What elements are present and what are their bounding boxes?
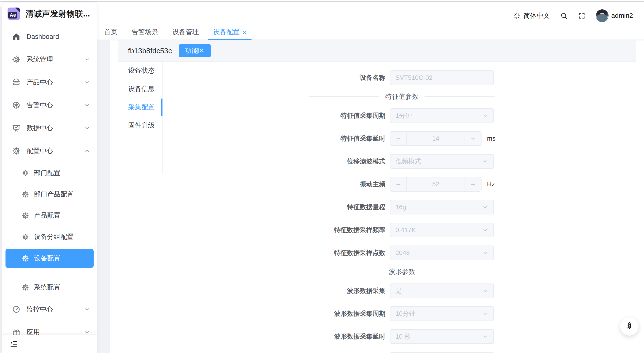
form-row: 特征数据采样频率 0.417K — [162, 219, 636, 241]
gear-icon — [22, 212, 29, 220]
gear-icon — [22, 284, 29, 291]
subnav-acquisition-config[interactable]: 采集配置 — [110, 98, 162, 116]
sidebar-item-department-config[interactable]: 部门配置 — [2, 162, 97, 184]
sidebar-item-monitor-center[interactable]: 监控中心 — [2, 298, 97, 321]
sidebar-item-product-config[interactable]: 产品配置 — [2, 205, 97, 226]
waveform-collect-select[interactable]: 是 — [390, 284, 494, 298]
app-logo-row[interactable]: Ae 清诚声发射物联... — [2, 3, 97, 25]
fullscreen-icon[interactable] — [578, 12, 586, 20]
app-root: 简体中文 admin2 首页 告警场景 设备管理 设备配置 × Ae 清诚声发射… — [0, 0, 644, 353]
scrollbar-gutter[interactable] — [636, 40, 644, 353]
decrement-button[interactable]: − — [390, 177, 407, 191]
chevron-down-icon — [84, 125, 90, 131]
chevron-down-icon — [482, 227, 488, 233]
select-value: 低频模式 — [396, 157, 421, 166]
sidebar-item-label: Dashboard — [26, 33, 59, 40]
stepper-value: 52 — [407, 177, 464, 191]
sidebar-item-product-center[interactable]: 产品中心 — [2, 71, 97, 94]
close-icon[interactable]: × — [242, 29, 246, 36]
chevron-down-icon — [84, 79, 90, 85]
form-row: 特征数据采样点数 2048 — [162, 241, 636, 264]
active-tab-indicator — [161, 98, 162, 116]
displacement-filter-mode-select[interactable]: 低频模式 — [390, 154, 494, 169]
unit-label: ms — [487, 135, 496, 142]
decrement-button[interactable]: − — [390, 132, 407, 145]
browser-chrome-edge — [0, 1, 644, 2]
vibration-main-frequency-stepper[interactable]: − 52 + — [390, 177, 482, 192]
sidebar-item-label: 设备配置 — [34, 254, 60, 263]
select-value: 16g — [396, 203, 406, 211]
home-icon — [12, 32, 21, 41]
user-menu[interactable]: admin2 — [596, 9, 633, 22]
form-row: 设备名称 SVT510C-02 — [162, 66, 636, 89]
chevron-down-icon — [84, 102, 90, 108]
feature-collect-delay-stepper[interactable]: − 14 + — [390, 131, 482, 146]
tab-label: 设备配置 — [213, 27, 240, 36]
clipped-select[interactable] — [390, 352, 494, 353]
form-row: 振动主频 − 52 + Hz — [162, 173, 636, 196]
gear-icon — [22, 169, 29, 177]
section-title: 特征值参数 — [386, 92, 418, 101]
divider-line — [309, 272, 383, 272]
waveform-collect-period-select[interactable]: 10分钟 — [390, 306, 494, 321]
subnav-device-status[interactable]: 设备状态 — [110, 61, 162, 80]
sidebar-item-device-group-config[interactable]: 设备分组配置 — [2, 226, 97, 247]
sidebar-item-device-config[interactable]: 设备配置 — [6, 249, 94, 268]
sidebar-item-system-config[interactable]: 系统配置 — [2, 277, 97, 298]
sidebar-item-label: 产品配置 — [34, 211, 60, 220]
select-value: 0.417K — [396, 226, 416, 234]
language-switcher[interactable]: 简体中文 — [513, 11, 550, 20]
sidebar-item-alarm-center[interactable]: 告警中心 — [2, 94, 97, 117]
field-label: 位移滤波模式 — [162, 157, 386, 166]
sidebar-item-data-center[interactable]: 数据中心 — [2, 117, 97, 139]
tab-alarm-scene[interactable]: 告警场景 — [126, 24, 163, 39]
sidebar-item-dashboard[interactable]: Dashboard — [2, 25, 97, 48]
increment-button[interactable]: + — [464, 132, 481, 145]
sidebar-item-label: 部门产品配置 — [34, 190, 74, 199]
acquisition-config-form: 设备名称 SVT510C-02 特征值参数 特征值采集周期 1分钟 — [162, 61, 636, 353]
feature-collect-period-select[interactable]: 1分钟 — [390, 108, 494, 123]
feature-sampling-points-select[interactable]: 2048 — [390, 246, 494, 260]
divider-line — [309, 96, 380, 97]
chevron-down-icon — [482, 333, 488, 340]
divider-line — [421, 272, 495, 272]
sidebar: Ae 清诚声发射物联... Dashboard 系统管理 产品中心 告警中心 — [2, 3, 97, 353]
chevron-up-icon — [84, 148, 90, 154]
function-zone-button[interactable]: 功能区 — [179, 44, 211, 57]
gauge-icon — [12, 305, 21, 314]
sidebar-menu: Dashboard 系统管理 产品中心 告警中心 数据中心 — [2, 25, 97, 344]
app-title: 清诚声发射物联... — [26, 8, 90, 19]
chevron-down-icon — [482, 288, 488, 294]
tab-label: 设备管理 — [172, 27, 199, 36]
subnav-device-info[interactable]: 设备信息 — [110, 80, 162, 98]
top-header: 简体中文 admin2 — [97, 7, 644, 24]
sidebar-item-label: 部门配置 — [34, 168, 60, 178]
tab-home[interactable]: 首页 — [99, 24, 122, 39]
device-name-input[interactable]: SVT510C-02 — [390, 70, 494, 85]
gear-icon — [22, 255, 29, 262]
sidebar-item-department-product-config[interactable]: 部门产品配置 — [2, 184, 97, 205]
increment-button[interactable]: + — [464, 177, 481, 191]
feature-data-range-select[interactable]: 16g — [390, 200, 494, 214]
sidebar-item-label: 监控中心 — [26, 305, 53, 314]
gear-icon — [12, 55, 21, 64]
tab-device-management[interactable]: 设备管理 — [167, 24, 204, 39]
sidebar-item-label: 系统配置 — [34, 283, 60, 292]
form-row: 波形数据采集 是 — [162, 279, 636, 302]
sidebar-item-label: 设备分组配置 — [34, 232, 74, 241]
alarm-wheel-icon — [12, 100, 21, 110]
waveform-collect-delay-select[interactable]: 10 秒 — [390, 329, 494, 344]
select-value: 是 — [396, 287, 402, 295]
feature-sampling-rate-select[interactable]: 0.417K — [390, 223, 494, 237]
subnav-firmware-upgrade[interactable]: 固件升级 — [110, 116, 162, 135]
content-body: 设备状态 设备信息 采集配置 固件升级 设备名称 SVT510C-02 特征值参… — [110, 61, 636, 353]
back-to-top-button[interactable] — [620, 317, 638, 336]
collapse-sidebar-icon[interactable] — [10, 340, 18, 349]
sidebar-item-config-center[interactable]: 配置中心 — [2, 139, 97, 162]
form-row — [162, 348, 636, 353]
sidebar-item-system-management[interactable]: 系统管理 — [2, 48, 97, 71]
form-row: 波形数据采集周期 10分钟 — [162, 302, 636, 325]
tab-device-config[interactable]: 设备配置 × — [208, 24, 252, 39]
tab-bar: 首页 告警场景 设备管理 设备配置 × — [97, 24, 644, 40]
search-icon[interactable] — [560, 12, 568, 20]
